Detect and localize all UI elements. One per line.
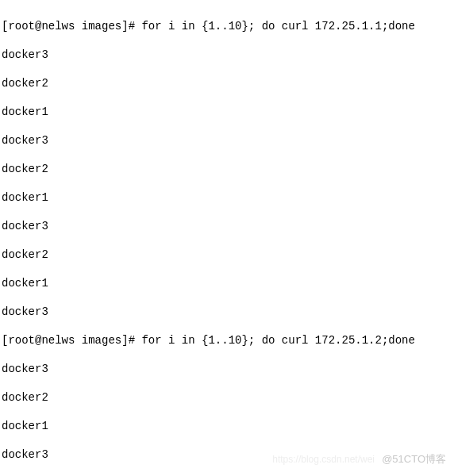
output-line: docker1 [2,419,452,433]
output-line: docker2 [2,390,452,405]
prompt: [root@nelws images]# [2,20,141,33]
prompt: [root@nelws images]# [2,334,141,347]
output-line: docker3 [2,305,452,319]
command-text: for i in {1..10}; do curl 172.25.1.1;don… [141,20,414,33]
terminal-output: [root@nelws images]# for i in {1..10}; d… [2,5,452,476]
command-line[interactable]: [root@nelws images]# for i in {1..10}; d… [2,19,452,33]
output-line: docker3 [2,48,452,62]
output-line: docker2 [2,162,452,176]
output-line: docker2 [2,248,452,262]
output-line: docker1 [2,276,452,290]
output-line: docker2 [2,76,452,90]
output-line: docker3 [2,219,452,233]
output-line: docker3 [2,133,452,148]
command-text: for i in {1..10}; do curl 172.25.1.2;don… [141,334,414,347]
command-line[interactable]: [root@nelws images]# for i in {1..10}; d… [2,333,452,347]
output-line: docker1 [2,105,452,119]
output-line: docker1 [2,190,452,205]
output-line: docker3 [2,447,452,462]
output-line: docker3 [2,362,452,376]
